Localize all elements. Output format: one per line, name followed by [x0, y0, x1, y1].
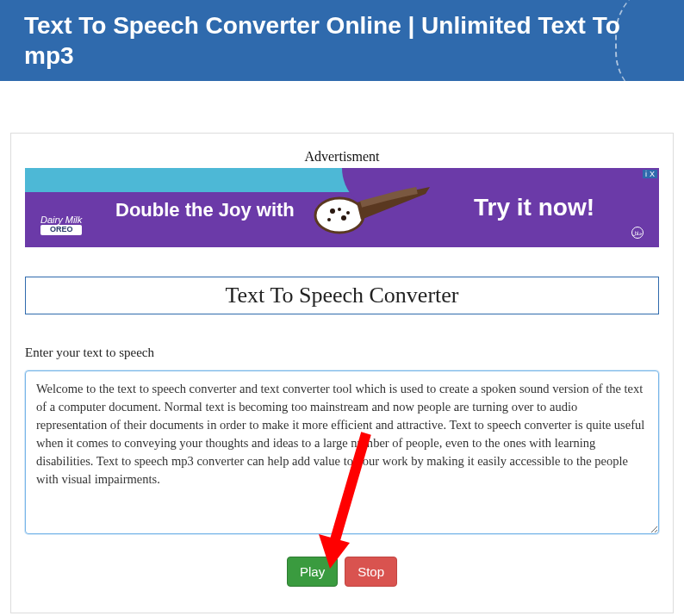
ad-text-left: Double the Joy with [115, 199, 295, 221]
play-button[interactable]: Play [287, 557, 338, 587]
ad-logo: Dairy Milk OREO [40, 215, 82, 235]
header-decoration [615, 0, 684, 81]
svg-point-1 [330, 208, 335, 214]
ad-info-icon[interactable]: i [645, 170, 647, 178]
svg-point-0 [315, 198, 364, 233]
tool-title-box: Text To Speech Converter [25, 277, 659, 314]
page-title: Text To Speech Converter Online | Unlimi… [24, 10, 660, 71]
button-row: Play Stop [25, 557, 659, 587]
tool-title: Text To Speech Converter [31, 283, 653, 308]
ad-label: Advertisment [25, 149, 659, 165]
svg-point-5 [327, 218, 331, 221]
ad-logo-bottom: OREO [40, 225, 82, 235]
text-input[interactable] [25, 370, 659, 534]
ad-banner[interactable]: i X Dairy Milk OREO Double the Joy with [25, 168, 659, 247]
ad-halal-icon: حلال [631, 227, 644, 239]
svg-point-3 [338, 208, 341, 211]
ad-close-controls[interactable]: i X [643, 170, 657, 178]
svg-point-2 [341, 215, 346, 221]
page-header: Text To Speech Converter Online | Unlimi… [0, 0, 684, 81]
ad-close-icon[interactable]: X [650, 170, 655, 178]
ad-text-right: Try it now! [474, 194, 594, 221]
input-label: Enter your text to speech [25, 345, 659, 360]
svg-point-4 [346, 211, 350, 215]
ad-logo-top: Dairy Milk [40, 215, 82, 225]
main-container: Advertisment i X Dairy Milk OREO Double … [10, 133, 674, 613]
stop-button[interactable]: Stop [345, 557, 397, 587]
ad-product-image [314, 177, 434, 242]
